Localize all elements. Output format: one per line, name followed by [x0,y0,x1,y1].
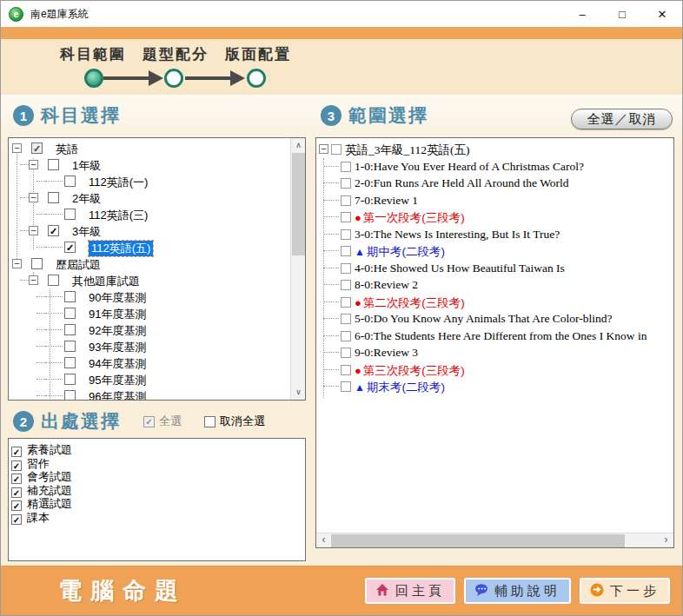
scrollbar-thumb[interactable] [331,534,625,547]
tree-checkbox[interactable] [31,258,43,269]
subject-tree-row[interactable]: 93年度基測 [9,338,290,354]
range-tree-row[interactable]: 2-0:Fun Runs Are Held All Around the Wor… [316,175,673,192]
range-item-label[interactable]: ▲期末考(二段考) [355,380,445,395]
tree-checkbox[interactable] [341,348,351,358]
subject-tree-row[interactable]: 96年度基測 [9,387,290,401]
subject-tree-row[interactable]: −2年級 [9,189,290,206]
range-tree-scrollbar[interactable]: ‹ › [316,533,673,547]
subject-tree-row[interactable]: 90年度基測 [9,288,290,305]
tree-item-label[interactable]: 96年度基測 [89,389,146,401]
tree-checkbox[interactable]: ✓ [64,242,76,253]
tree-checkbox[interactable] [341,178,351,189]
tree-expand-icon[interactable]: − [29,160,38,169]
subject-tree-row[interactable]: −1年級 [9,156,290,173]
tree-checkbox[interactable] [331,144,342,155]
select-all-box[interactable]: ✓ [143,416,155,427]
tree-checkbox[interactable] [64,341,76,352]
tree-checkbox[interactable] [341,280,351,290]
deselect-all-checkbox[interactable]: 取消全選 [204,414,265,429]
tree-checkbox[interactable] [341,195,351,206]
tree-checkbox[interactable] [48,159,59,170]
tree-checkbox[interactable] [48,275,59,286]
source-list-item[interactable]: ✓會考試題 [9,468,305,482]
source-list-item[interactable]: ✓素養試題 [9,441,305,455]
range-root-label[interactable]: 英語_3年級_112英語(五) [345,142,470,158]
tree-checkbox[interactable] [64,209,76,220]
range-tree-row[interactable]: ▲期中考(二段考) [316,242,673,260]
subject-tree-row[interactable]: 94年度基測 [9,354,290,371]
range-tree-row[interactable]: −英語_3年級_112英語(五) [316,141,673,158]
tree-checkbox[interactable] [48,192,59,203]
tree-item-label[interactable]: 95年度基測 [89,373,146,388]
range-tree-row[interactable]: ●第二次段考(三段考) [316,294,673,311]
tree-item-label[interactable]: 112英語(三) [89,208,148,223]
scroll-right-icon[interactable]: › [659,533,673,548]
subject-tree-row[interactable]: 91年度基測 [9,305,290,321]
select-all-checkbox[interactable]: ✓ 全選 [143,414,182,429]
next-step-button[interactable]: 下一步 [580,578,670,604]
source-list-item[interactable]: ✓補充試題 [9,482,305,496]
tree-checkbox[interactable] [341,365,351,375]
source-list-item[interactable]: ✓習作 [9,455,305,469]
range-tree-row[interactable]: 6-0:The Students Here Are Different from… [316,328,673,345]
tree-checkbox[interactable] [341,331,351,341]
range-item-label[interactable]: ●第二次段考(三段考) [355,295,465,311]
range-tree-row[interactable]: 9-0:Review 3 [316,344,673,361]
tree-item-label[interactable]: 3年級 [72,224,101,240]
range-item-label[interactable]: ●第三次段考(三段考) [355,363,465,379]
tree-checkbox[interactable] [64,308,76,319]
subject-tree-row[interactable]: −✓3年級 [9,222,290,239]
range-item-label[interactable]: 7-0:Review 1 [355,194,418,208]
tree-checkbox[interactable] [64,291,76,302]
tree-item-label[interactable]: 112英語(一) [89,175,148,190]
range-item-label[interactable]: ▲期中考(二段考) [355,244,445,260]
tree-item-label[interactable]: 英語 [56,142,78,157]
select-all-toggle-button[interactable]: 全選／取消 [571,109,673,129]
range-item-label[interactable]: 9-0:Review 3 [355,346,418,360]
range-tree-row[interactable]: ●第一次段考(三段考) [316,209,673,226]
tree-checkbox[interactable] [64,357,76,368]
tree-item-label[interactable]: 92年度基測 [89,323,146,339]
tree-checkbox[interactable] [341,246,351,256]
range-tree-row[interactable]: 7-0:Review 1 [316,192,673,209]
tree-item-label[interactable]: 其他題庫試題 [72,274,140,289]
range-tree-row[interactable]: 1-0:Have You Ever Heard of A Christmas C… [316,158,673,176]
tree-checkbox[interactable] [64,176,76,187]
range-item-label[interactable]: 3-0:The News Is Interesting, But Is It T… [355,228,560,242]
range-tree-row[interactable]: 4-0:He Showed Us How Beautiful Taiwan Is [316,260,673,277]
tree-expand-icon[interactable]: − [319,144,328,154]
range-item-label[interactable]: 8-0:Review 2 [355,278,418,292]
range-tree-row[interactable]: 5-0:Do You Know Any Animals That Are Col… [316,310,673,328]
range-item-label[interactable]: 4-0:He Showed Us How Beautiful Taiwan Is [355,262,565,275]
tree-item-label[interactable]: 112英語(五) [89,241,153,256]
tree-item-label[interactable]: 1年級 [72,158,101,174]
tree-checkbox[interactable] [341,229,351,240]
tree-item-label[interactable]: 歷屆試題 [56,257,101,273]
range-tree-row[interactable]: ●第三次段考(三段考) [316,361,673,379]
subject-tree-row[interactable]: −✓英語 [9,140,290,156]
tree-checkbox[interactable] [341,212,351,222]
range-item-label[interactable]: 1-0:Have You Ever Heard of A Christmas C… [355,160,584,174]
tree-expand-icon[interactable]: − [12,259,22,268]
minimize-button[interactable]: – [562,1,602,27]
tree-item-label[interactable]: 93年度基測 [89,340,146,355]
range-item-label[interactable]: 2-0:Fun Runs Are Held All Around the Wor… [355,176,569,190]
tree-checkbox[interactable] [341,263,351,274]
tree-checkbox[interactable] [341,162,351,172]
source-list-item[interactable]: ✓課本 [9,509,305,523]
tree-checkbox[interactable] [64,324,76,335]
tree-item-label[interactable]: 90年度基測 [89,290,146,306]
scrollbar-thumb[interactable] [292,153,305,255]
subject-tree-row[interactable]: 112英語(一) [9,173,290,189]
range-tree-row[interactable]: 3-0:The News Is Interesting, But Is It T… [316,226,673,243]
range-item-label[interactable]: ●第一次段考(三段考) [355,210,465,226]
tree-checkbox[interactable]: ✓ [31,142,43,154]
scroll-left-icon[interactable]: ‹ [316,533,331,548]
range-item-label[interactable]: 6-0:The Students Here Are Different from… [355,329,647,343]
tree-item-label[interactable]: 2年級 [72,191,101,207]
deselect-all-box[interactable] [204,416,216,427]
tree-checkbox[interactable] [341,314,351,324]
maximize-button[interactable]: □ [602,1,642,27]
tree-checkbox[interactable] [341,381,351,392]
tree-expand-icon[interactable]: − [29,193,38,202]
